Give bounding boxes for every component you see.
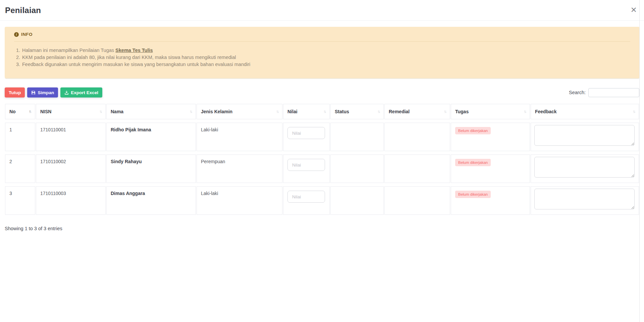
tutup-button[interactable]: Tutup [5,87,25,98]
column-header-nilai[interactable]: Nilai↑↓ [283,104,330,119]
modal-right-edge [639,0,640,322]
info-alert-title: INFO [21,32,33,37]
button-group: Tutup Simpan Export Excel [5,87,102,98]
cell-remedial [384,154,450,183]
cell-tugas: Belum dikerjakan [451,186,530,215]
sort-icon: ↑↓ [99,109,102,114]
cell-no: 1 [5,123,35,151]
cell-nisn: 1710110003 [36,186,106,215]
cell-nama: Dimas Anggara [106,186,196,215]
cell-jenis-kelamin: Perempuan [197,154,282,183]
cell-tugas: Belum dikerjakan [451,123,530,151]
close-icon[interactable]: × [629,4,639,15]
cell-status [330,123,384,151]
info-list: Halaman ini menampilkan Penilaian Tugas … [21,47,630,68]
cell-nama: Ridho Pijak Imana [106,123,196,151]
cell-remedial [384,123,450,151]
cell-feedback [531,123,639,151]
table-row: 2 1710110002 Sindy Rahayu Perempuan Belu… [5,154,639,183]
info-divider [14,41,630,42]
table-header-row: No↑↓ NISN↑↓ Nama↑↓ Jenis Kelamin↑↓ Nilai… [5,104,639,119]
toolbar: Tutup Simpan Export Excel Search: [5,87,639,98]
penilaian-modal: Penilaian × i INFO Halaman ini menampilk… [0,0,644,231]
cell-jenis-kelamin: Laki-laki [197,186,282,215]
download-icon [64,90,69,95]
cell-feedback [531,186,639,215]
cell-no: 3 [5,186,35,215]
sort-icon: ↑↓ [190,109,193,114]
info-item-1: Halaman ini menampilkan Penilaian Tugas … [21,47,630,54]
info-item-3: Feedback digunakan untuk mengirim masuka… [21,61,630,68]
cell-remedial [384,186,450,215]
search-label: Search: [569,90,586,95]
info-icon: i [14,32,19,37]
info-alert-header: i INFO [14,32,630,37]
feedback-textarea[interactable] [534,189,635,209]
cell-nilai [283,186,330,215]
sort-icon: ↑↓ [524,109,527,114]
cell-feedback [531,154,639,183]
info-alert: i INFO Halaman ini menampilkan Penilaian… [5,27,640,78]
sort-icon: ↑↓ [323,109,326,114]
table-info: Showing 1 to 3 of 3 entries [5,226,639,231]
tugas-status-badge: Belum dikerjakan [455,159,491,166]
feedback-textarea[interactable] [534,157,635,178]
search-wrap: Search: [569,88,639,97]
column-header-nisn[interactable]: NISN↑↓ [36,104,106,119]
sort-icon: ↑↓ [377,109,380,114]
cell-jenis-kelamin: Laki-laki [197,123,282,151]
nilai-input[interactable] [287,159,325,171]
sort-icon: ↑↓ [633,109,636,114]
cell-tugas: Belum dikerjakan [451,154,530,183]
cell-status [330,186,384,215]
column-header-status[interactable]: Status↑↓ [330,104,384,119]
column-header-no[interactable]: No↑↓ [5,104,35,119]
cell-nilai [283,154,330,183]
sort-icon: ↑↓ [276,109,279,114]
table-row: 3 1710110003 Dimas Anggara Laki-laki Bel… [5,186,639,215]
search-input[interactable] [588,88,639,97]
sort-icon: ↑↓ [29,109,32,114]
cell-nisn: 1710110002 [36,154,106,183]
simpan-button[interactable]: Simpan [27,87,58,98]
cell-nama: Sindy Rahayu [106,154,196,183]
page-title: Penilaian [5,6,41,15]
skema-tes-tulis-link[interactable]: Skema Tes Tulis [115,48,153,53]
sort-icon: ↑↓ [444,109,447,114]
nilai-input[interactable] [287,127,325,139]
cell-status [330,154,384,183]
penilaian-table: No↑↓ NISN↑↓ Nama↑↓ Jenis Kelamin↑↓ Nilai… [4,101,640,218]
feedback-textarea[interactable] [534,125,635,146]
cell-nisn: 1710110001 [36,123,106,151]
table-row: 1 1710110001 Ridho Pijak Imana Laki-laki… [5,123,639,151]
column-header-jenis-kelamin[interactable]: Jenis Kelamin↑↓ [197,104,282,119]
cell-nilai [283,123,330,151]
column-header-feedback[interactable]: Feedback↑↓ [531,104,639,119]
modal-header: Penilaian × [0,0,644,21]
nilai-input[interactable] [287,191,325,203]
save-icon [31,90,36,95]
tugas-status-badge: Belum dikerjakan [455,191,491,198]
info-item-2: KKM pada penilaian ini adalah 80, jika n… [21,54,630,61]
tugas-status-badge: Belum dikerjakan [455,127,491,134]
cell-no: 2 [5,154,35,183]
column-header-remedial[interactable]: Remedial↑↓ [384,104,450,119]
column-header-tugas[interactable]: Tugas↑↓ [451,104,530,119]
column-header-nama[interactable]: Nama↑↓ [106,104,196,119]
export-excel-button[interactable]: Export Excel [60,87,102,98]
